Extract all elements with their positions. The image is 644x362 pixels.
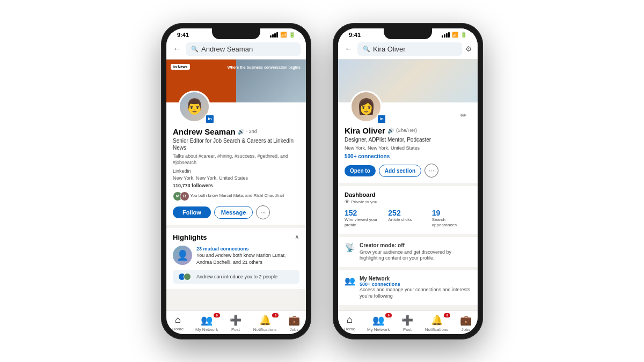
right-nav-notifications[interactable]: 🔔 9 Notifications <box>425 314 449 332</box>
left-profile-content: in News Where the business conversation … <box>166 60 306 311</box>
back-arrow-icon[interactable]: ← <box>172 43 182 55</box>
network-title: My Network <box>360 276 471 282</box>
notifications-badge: 9 <box>272 313 279 317</box>
right-nav-my-network[interactable]: 👥 9 My Network <box>367 314 390 332</box>
profile-views-label: Who viewed your profile <box>345 217 384 228</box>
kira-connections[interactable]: 500+ connections <box>345 153 471 159</box>
right-nav-home[interactable]: ⌂ Home <box>344 314 355 332</box>
nav-post[interactable]: ➕ Post <box>230 314 241 332</box>
andrew-title: Senior Editor for Job Search & Careers a… <box>173 137 299 151</box>
andrew-avatar-wrapper: 👨 in <box>178 91 210 123</box>
home-icon: ⌂ <box>175 314 181 326</box>
intro-avatar-group <box>178 273 193 280</box>
left-time: 9:41 <box>177 32 189 38</box>
kira-location: New York, New York, United States <box>345 145 471 152</box>
nav-my-network[interactable]: 👥 9 My Network <box>195 314 218 332</box>
message-button[interactable]: Message <box>214 206 253 219</box>
search-appearances-label: Search appearances <box>432 217 471 228</box>
right-nav-jobs[interactable]: 💼 Jobs <box>460 314 472 332</box>
wifi-icon: 📶 <box>280 32 287 38</box>
network-icon: 👥 <box>345 276 355 286</box>
right-battery-icon: 🔋 <box>460 32 467 38</box>
sound-icon[interactable]: 🔊 <box>238 129 244 135</box>
highlights-header: Highlights ∧ <box>173 233 299 241</box>
intro-avatar-2 <box>184 273 191 280</box>
my-network-label: My Network <box>195 327 218 332</box>
main-scene: 9:41 📶 🔋 ← 🔍 Andrew Seaman <box>0 0 644 362</box>
follow-button[interactable]: Follow <box>173 206 211 218</box>
status-icons: 📶 🔋 <box>270 32 295 38</box>
mutual-text: You both know Marcel Mata, and Rishi Cha… <box>190 193 284 198</box>
dashboard-stats: 152 Who viewed your profile 252 Article … <box>345 209 471 228</box>
stat-article-clicks[interactable]: 252 Article clicks <box>388 209 427 228</box>
stat-profile-views[interactable]: 152 Who viewed your profile <box>345 209 384 228</box>
signal-icon <box>270 32 278 38</box>
nav-notifications[interactable]: 🔔 9 Notifications <box>253 314 277 332</box>
article-clicks-number: 252 <box>388 209 427 217</box>
kira-more-button[interactable]: ··· <box>425 164 438 178</box>
my-network-icon: 👥 <box>201 314 213 326</box>
andrew-followers: 110,773 followers <box>173 183 299 188</box>
creator-mode-desc: Grow your audience and get discovered by… <box>360 249 471 262</box>
right-notch <box>384 28 432 39</box>
nav-jobs[interactable]: 💼 Jobs <box>288 314 300 332</box>
right-my-network-icon: 👥 <box>372 314 384 326</box>
right-phone-screen: 9:41 📶 🔋 ← 🔍 Kira Oliver <box>338 28 478 334</box>
creator-mode-icon: 📡 <box>345 242 355 253</box>
degree-badge: · 2nd <box>246 129 257 134</box>
right-back-arrow-icon[interactable]: ← <box>343 43 354 55</box>
left-search-input-wrapper[interactable]: 🔍 Andrew Seaman <box>186 42 301 56</box>
edit-profile-icon[interactable]: ✏ <box>456 107 471 124</box>
left-status-bar: 9:41 📶 🔋 <box>166 28 306 39</box>
network-desc: Access and manage your connections and i… <box>360 287 471 299</box>
right-search-icon: 🔍 <box>363 46 370 53</box>
introduce-banner: Andrew can introduce you to 2 people <box>173 270 299 284</box>
jobs-label: Jobs <box>290 327 299 332</box>
right-search-input-wrapper[interactable]: 🔍 Kira Oliver <box>357 42 462 56</box>
search-icon: 🔍 <box>191 46 199 53</box>
kira-title: Designer, ADPlist Mentor, Podcaster <box>345 136 471 143</box>
left-search-bar: ← 🔍 Andrew Seaman <box>166 39 306 60</box>
profile-header-row: 👨 in <box>173 107 299 123</box>
dashboard-subtitle: 👁 Private to you <box>345 199 471 204</box>
andrew-hashtags: Talks about #career, #hiring, #success, … <box>173 153 299 166</box>
kira-avatar-wrapper: 👩 in <box>350 91 382 123</box>
mutual-highlight-text: 23 mutual connections You and Andrew bot… <box>196 246 299 266</box>
introduce-text: Andrew can introduce you to 2 people <box>196 274 277 279</box>
battery-icon: 🔋 <box>289 32 295 38</box>
kira-sound-icon[interactable]: 🔊 <box>387 128 394 134</box>
highlights-section: Highlights ∧ 👤 23 mutual connections You… <box>166 228 306 290</box>
left-phone-screen: 9:41 📶 🔋 ← 🔍 Andrew Seaman <box>166 28 306 334</box>
highlights-title: Highlights <box>173 233 207 241</box>
linkedin-in-badge: in <box>205 114 215 124</box>
left-bottom-nav: ⌂ Home 👥 9 My Network ➕ Post 🔔 9 Notific… <box>166 311 306 334</box>
right-notifications-badge: 9 <box>444 313 450 317</box>
right-profile-content: 👩 in ✏ Kira Oliver 🔊 (She/Her) <box>338 60 478 311</box>
mutual-connections-row: M R You both know Marcel Mata, and Rishi… <box>173 191 299 201</box>
andrew-location: Linkedin New York, New York, United Stat… <box>173 168 299 182</box>
right-bottom-nav: ⌂ Home 👥 9 My Network ➕ Post 🔔 9 Notific… <box>338 311 478 334</box>
andrew-action-buttons: Follow Message ··· <box>173 205 299 219</box>
right-time: 9:41 <box>349 32 361 38</box>
kira-top-row: 👩 in ✏ <box>345 107 471 124</box>
more-button[interactable]: ··· <box>256 205 270 219</box>
highlights-chevron-icon[interactable]: ∧ <box>295 233 299 241</box>
mutual-avatars-group: 👤 <box>173 246 192 265</box>
network-text: My Network 500+ connections Access and m… <box>360 276 471 299</box>
open-to-button[interactable]: Open to <box>345 165 376 176</box>
right-nav-post[interactable]: ➕ Post <box>401 314 413 332</box>
add-section-button[interactable]: Add section <box>379 165 421 177</box>
post-label: Post <box>231 327 240 332</box>
home-label: Home <box>172 327 184 331</box>
stat-search-appearances[interactable]: 19 Search appearances <box>432 209 471 228</box>
kira-profile-info: 👩 in ✏ Kira Oliver 🔊 (She/Her) <box>338 102 478 183</box>
right-my-network-badge: 9 <box>385 313 392 317</box>
right-wifi-icon: 📶 <box>452 32 458 38</box>
linkedin-news-badge: in News <box>171 64 190 70</box>
right-status-icons: 📶 🔋 <box>442 32 467 38</box>
nav-home[interactable]: ⌂ Home <box>172 314 184 332</box>
right-status-bar: 9:41 📶 🔋 <box>338 28 478 39</box>
gear-icon[interactable]: ⚙ <box>465 45 472 53</box>
kira-pronoun: (She/Her) <box>396 128 417 133</box>
right-post-icon: ➕ <box>401 314 413 326</box>
